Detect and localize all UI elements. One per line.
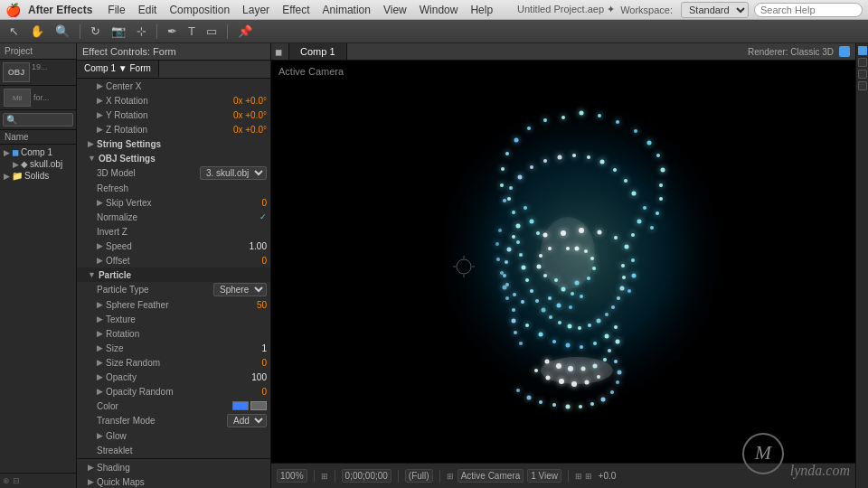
menu-help[interactable]: Help: [464, 4, 499, 16]
menu-view[interactable]: View: [377, 4, 413, 16]
svg-point-128: [579, 405, 582, 408]
svg-point-90: [600, 159, 605, 164]
sizerandom-label: Size Random: [106, 358, 258, 368]
menu-layer[interactable]: Layer: [236, 4, 276, 16]
texture-label: Texture: [106, 314, 267, 324]
skipvertex-value[interactable]: 0: [261, 198, 267, 208]
xrot-arrow[interactable]: ▶: [97, 96, 103, 105]
db-value: +0.0: [599, 471, 617, 481]
zrot-value[interactable]: 0x +0.0°: [233, 125, 267, 135]
project-item-solids[interactable]: ▶ 📁 Solids: [2, 170, 74, 182]
camera-tool-icon[interactable]: 📷: [108, 23, 129, 40]
opacity-value[interactable]: 100: [251, 372, 267, 382]
menu-composition[interactable]: Composition: [163, 4, 236, 16]
right-btn-1[interactable]: [858, 46, 867, 55]
sizerandom-value[interactable]: 0: [261, 358, 267, 368]
yrot-arrow[interactable]: ▶: [97, 110, 103, 119]
texture-arrow[interactable]: ▶: [97, 314, 103, 324]
shading-arrow[interactable]: ▶: [88, 463, 94, 472]
renderer-color-btn[interactable]: [839, 46, 850, 57]
svg-point-77: [496, 258, 500, 261]
rotate-tool-icon[interactable]: ↻: [87, 23, 104, 40]
spherefeather-value[interactable]: 50: [257, 300, 267, 310]
zrot-arrow[interactable]: ▶: [97, 125, 103, 134]
text-tool-icon[interactable]: T: [184, 23, 199, 40]
offset-arrow[interactable]: ▶: [97, 256, 103, 265]
project-item-skull[interactable]: ▶ ◆ skull.obj: [2, 158, 74, 170]
opacityrandom-label: Opacity Random: [106, 387, 258, 397]
particletype-dropdown[interactable]: Sphere: [213, 283, 267, 296]
size-value[interactable]: 1: [261, 343, 267, 353]
zoom-tool-icon[interactable]: 🔍: [52, 23, 73, 40]
color-swatch[interactable]: [232, 401, 249, 410]
project-item-comp1[interactable]: ▶ ◼ Comp 1: [2, 146, 74, 158]
svg-point-118: [507, 247, 512, 251]
particle-arrow[interactable]: ▼: [88, 270, 96, 279]
shape-tool-icon[interactable]: ▭: [203, 23, 221, 40]
opacityrandom-arrow[interactable]: ▶: [97, 387, 103, 396]
svg-point-28: [631, 258, 635, 262]
quickmaps-arrow[interactable]: ▶: [88, 477, 94, 486]
svg-point-116: [503, 274, 506, 277]
speed-arrow[interactable]: ▶: [97, 241, 103, 250]
rotation-arrow[interactable]: ▶: [97, 329, 103, 338]
normalize-check[interactable]: ✓: [259, 212, 267, 221]
size-arrow[interactable]: ▶: [97, 343, 103, 352]
svg-point-136: [616, 339, 620, 343]
select-tool-icon[interactable]: ↖: [5, 23, 23, 40]
pen-tool-icon[interactable]: ✒: [164, 23, 181, 40]
search-input[interactable]: [754, 3, 863, 17]
glow-arrow[interactable]: ▶: [97, 431, 103, 440]
pan-tool-icon[interactable]: ⊹: [133, 23, 150, 40]
right-btn-4[interactable]: [858, 81, 867, 90]
yrot-value[interactable]: 0x +0.0°: [233, 110, 267, 120]
menu-effect[interactable]: Effect: [276, 4, 316, 16]
menu-edit[interactable]: Edit: [132, 4, 164, 16]
svg-point-9: [659, 183, 663, 187]
grid-icon: ⊞: [447, 472, 454, 481]
centerx-arrow[interactable]: ▶: [97, 81, 103, 90]
xrot-label: X Rotation: [106, 96, 230, 106]
apple-menu[interactable]: 🍎: [5, 3, 21, 17]
opacity-arrow[interactable]: ▶: [97, 372, 103, 381]
menu-animation[interactable]: Animation: [316, 4, 377, 16]
svg-point-84: [518, 174, 523, 179]
svg-point-53: [580, 345, 583, 349]
speed-value[interactable]: 1.00: [250, 241, 267, 251]
comp-tab-comp1[interactable]: Comp 1: [289, 43, 347, 60]
xrot-value[interactable]: 0x +0.0°: [233, 96, 267, 106]
workspace-select[interactable]: Standard: [681, 2, 749, 18]
timecode-display[interactable]: 0;00;00;00: [342, 469, 392, 483]
right-btn-2[interactable]: [858, 58, 867, 67]
menu-window[interactable]: Window: [413, 4, 465, 16]
skipvertex-arrow[interactable]: ▶: [97, 198, 103, 207]
string-arrow[interactable]: ▶: [88, 139, 94, 148]
quality-control[interactable]: (Full): [405, 469, 433, 483]
project-search-input[interactable]: [3, 113, 73, 127]
svg-point-48: [548, 296, 552, 300]
3dmodel-dropdown[interactable]: 3. skull.obj: [200, 166, 267, 180]
svg-point-76: [495, 242, 499, 246]
streaklet-label: Streaklet: [97, 446, 267, 455]
comp-sep-3: [398, 470, 399, 483]
hand-tool-icon[interactable]: ✋: [26, 23, 48, 40]
zoom-control[interactable]: 100%: [277, 469, 307, 483]
right-btn-3[interactable]: [858, 70, 867, 79]
opacityrandom-value[interactable]: 0: [261, 387, 267, 397]
svg-point-102: [558, 321, 561, 324]
camera-control[interactable]: Active Camera: [458, 469, 524, 483]
obj-arrow[interactable]: ▼: [88, 154, 96, 163]
svg-point-133: [618, 370, 622, 374]
app-name[interactable]: After Effects: [28, 4, 92, 16]
svg-point-113: [512, 308, 515, 312]
puppet-tool-icon[interactable]: 📌: [234, 23, 256, 40]
effect-tab-comp1[interactable]: Comp 1 ▼ Form: [77, 61, 159, 78]
spherefeather-arrow[interactable]: ▶: [97, 300, 103, 309]
offset-value[interactable]: 0: [261, 256, 267, 266]
svg-point-1: [561, 116, 565, 119]
sizerandom-arrow[interactable]: ▶: [97, 358, 103, 367]
menu-file[interactable]: File: [101, 4, 131, 16]
transfermode-dropdown[interactable]: Add: [227, 414, 267, 427]
svg-point-75: [498, 229, 502, 232]
views-control[interactable]: 1 View: [527, 469, 561, 483]
